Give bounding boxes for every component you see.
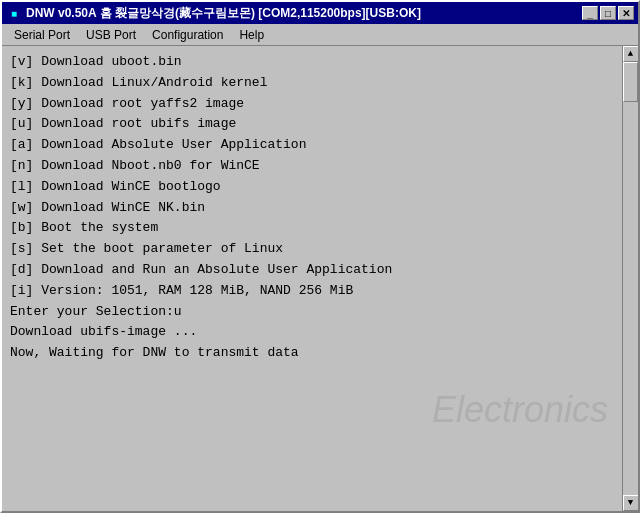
- terminal-line: Download ubifs-image ...: [10, 322, 614, 343]
- title-buttons: _ □ ✕: [582, 6, 634, 20]
- maximize-button[interactable]: □: [600, 6, 616, 20]
- menu-usb-port[interactable]: USB Port: [78, 26, 144, 44]
- terminal-line: [n] Download Nboot.nb0 for WinCE: [10, 156, 614, 177]
- terminal-line: Now, Waiting for DNW to transmit data: [10, 343, 614, 364]
- close-button[interactable]: ✕: [618, 6, 634, 20]
- scrollbar-thumb[interactable]: [623, 62, 638, 102]
- terminal-line: [w] Download WinCE NK.bin: [10, 198, 614, 219]
- terminal-line: [v] Download uboot.bin: [10, 52, 614, 73]
- terminal-line: [b] Boot the system: [10, 218, 614, 239]
- terminal-line: [d] Download and Run an Absolute User Ap…: [10, 260, 614, 281]
- scrollbar[interactable]: ▲ ▼: [622, 46, 638, 511]
- menu-configuration[interactable]: Configuration: [144, 26, 231, 44]
- menu-serial-port[interactable]: Serial Port: [6, 26, 78, 44]
- content-area: [v] Download uboot.bin[k] Download Linux…: [2, 46, 638, 511]
- terminal-line: [k] Download Linux/Android kernel: [10, 73, 614, 94]
- scroll-down-button[interactable]: ▼: [623, 495, 639, 511]
- minimize-button[interactable]: _: [582, 6, 598, 20]
- terminal-line: [s] Set the boot parameter of Linux: [10, 239, 614, 260]
- menu-bar: Serial Port USB Port Configuration Help: [2, 24, 638, 46]
- terminal-line: [i] Version: 1051, RAM 128 MiB, NAND 256…: [10, 281, 614, 302]
- terminal-line: [l] Download WinCE bootlogo: [10, 177, 614, 198]
- menu-help[interactable]: Help: [231, 26, 272, 44]
- window-icon: ■: [6, 5, 22, 21]
- terminal-line: [u] Download root ubifs image: [10, 114, 614, 135]
- terminal-line: Enter your Selection:u: [10, 302, 614, 323]
- main-window: ■ DNW v0.50A 홈 裂글망삭경(藏수구림보몬) [COM2,11520…: [0, 0, 640, 513]
- terminal-line: [y] Download root yaffs2 image: [10, 94, 614, 115]
- terminal-line: [a] Download Absolute User Application: [10, 135, 614, 156]
- terminal-output[interactable]: [v] Download uboot.bin[k] Download Linux…: [2, 46, 622, 511]
- title-bar: ■ DNW v0.50A 홈 裂글망삭경(藏수구림보몬) [COM2,11520…: [2, 2, 638, 24]
- window-title: DNW v0.50A 홈 裂글망삭경(藏수구림보몬) [COM2,115200b…: [26, 5, 582, 22]
- scrollbar-track[interactable]: [623, 62, 638, 495]
- scroll-up-button[interactable]: ▲: [623, 46, 639, 62]
